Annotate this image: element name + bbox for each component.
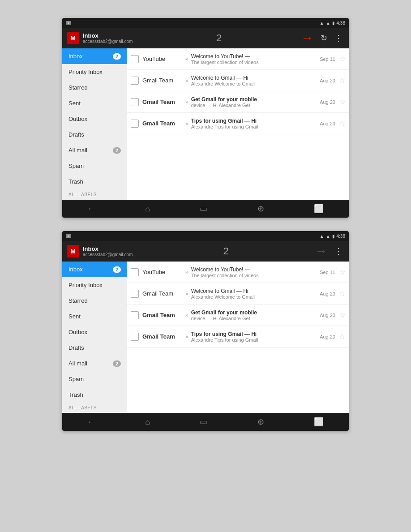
nav-bar-1: ← ⌂ ▭ ⊕ ⬜ — [62, 200, 349, 218]
email-star-2-3[interactable]: ☆ — [339, 332, 345, 341]
back-icon-2[interactable]: ← — [87, 417, 95, 427]
main-area-1: Inbox 2 Priority Inbox Starred Sent Outb… — [62, 48, 349, 200]
sidebar-item-label-priority-2: Priority Inbox — [68, 282, 103, 288]
email-subject-2-0: Welcome to YouTube! — — [191, 266, 316, 273]
sidebar-item-allmail-2[interactable]: All mail 2 — [62, 356, 127, 371]
email-content-1-2: Get Gmail for your mobile device — Hi Al… — [191, 96, 316, 108]
header-actions-2: → ⋮ — [315, 244, 344, 258]
email-checkbox-1-2[interactable] — [131, 98, 139, 106]
email-checkbox-2-0[interactable] — [131, 268, 139, 276]
status-indicator-1: ● — [66, 21, 71, 25]
sidebar-item-drafts-1[interactable]: Drafts — [62, 127, 127, 142]
status-left-1: ● — [66, 21, 71, 25]
sidebar-item-outbox-2[interactable]: Outbox — [62, 324, 127, 340]
sidebar-badge-allmail-2: 2 — [113, 360, 121, 367]
email-star-1-2[interactable]: ☆ — [339, 98, 345, 106]
sidebar-item-outbox-1[interactable]: Outbox — [62, 111, 127, 127]
status-right-2: ▲ ▲ ▮ 4:38 — [320, 234, 345, 239]
sidebar-item-starred-2[interactable]: Starred — [62, 293, 127, 309]
sidebar-item-sent-2[interactable]: Sent — [62, 309, 127, 324]
email-chevron-2-1: » — [185, 291, 188, 297]
email-preview-2-3: Alexandre Tips for using Gmail — [191, 337, 316, 343]
sidebar-item-sent-1[interactable]: Sent — [62, 95, 127, 111]
gamepad-icon-1[interactable]: ⊕ — [257, 204, 264, 214]
device-frame-1: ● ▲ ▲ ▮ 4:38 M Inbox accessstab2@gmail.c… — [62, 18, 349, 218]
email-checkbox-2-3[interactable] — [131, 333, 139, 341]
email-star-1-1[interactable]: ☆ — [339, 76, 345, 85]
sidebar-item-starred-1[interactable]: Starred — [62, 80, 127, 95]
all-labels-label-1: ALL LABELS — [62, 189, 127, 200]
email-row-getgmail-1[interactable]: Gmail Team » Get Gmail for your mobile d… — [127, 91, 349, 113]
email-checkbox-1-3[interactable] — [131, 120, 139, 128]
menu-icon-2[interactable]: ⋮ — [333, 245, 344, 258]
gamepad-icon-2[interactable]: ⊕ — [257, 417, 264, 427]
screenshot-icon-1[interactable]: ⬜ — [314, 204, 324, 214]
email-row-youtube-1[interactable]: YouTube » Welcome to YouTube! — The larg… — [127, 48, 349, 70]
sidebar-item-drafts-2[interactable]: Drafts — [62, 340, 127, 356]
sidebar-item-label-allmail-1: All mail — [68, 147, 87, 154]
back-icon-1[interactable]: ← — [87, 204, 95, 214]
sidebar-item-spam-2[interactable]: Spam — [62, 371, 127, 387]
sidebar-item-label-inbox-2: Inbox — [68, 266, 83, 273]
sidebar-item-label-starred-1: Starred — [68, 84, 88, 91]
email-date-2-2: Aug 20 — [320, 313, 335, 318]
email-row-welcome-2[interactable]: Gmail Team » Welcome to Gmail — Hi Alexa… — [127, 283, 349, 305]
email-sender-2-1: Gmail Team — [142, 290, 183, 297]
device-frame-2: ● ▲ ▲ ▮ 4:38 M Inbox accessstab2@gmail.c… — [62, 231, 349, 431]
battery-icon-1: ▮ — [332, 21, 335, 26]
header-inbox-title-1: Inbox — [83, 32, 133, 39]
sidebar-item-label-spam-2: Spam — [68, 376, 84, 382]
email-row-tips-2[interactable]: Gmail Team » Tips for using Gmail — Hi A… — [127, 326, 349, 348]
wifi-icon-1: ▲ — [320, 21, 324, 26]
email-row-tips-1[interactable]: Gmail Team » Tips for using Gmail — Hi A… — [127, 113, 349, 134]
recents-icon-1[interactable]: ▭ — [200, 204, 207, 214]
sidebar-item-trash-2[interactable]: Trash — [62, 387, 127, 403]
email-row-welcome-1[interactable]: Gmail Team » Welcome to Gmail — Hi Alexa… — [127, 70, 349, 91]
header-count-2: 2 — [137, 245, 315, 257]
menu-icon-1[interactable]: ⋮ — [333, 31, 344, 45]
sidebar-item-inbox-1[interactable]: Inbox 2 — [62, 48, 127, 64]
screenshot-icon-2[interactable]: ⬜ — [314, 417, 324, 427]
sidebar-1: Inbox 2 Priority Inbox Starred Sent Outb… — [62, 48, 127, 200]
email-row-youtube-2[interactable]: YouTube » Welcome to YouTube! — The larg… — [127, 262, 349, 283]
sidebar-item-spam-1[interactable]: Spam — [62, 158, 127, 174]
sidebar-item-trash-1[interactable]: Trash — [62, 174, 127, 189]
email-subject-2-3: Tips for using Gmail — Hi — [191, 331, 316, 337]
email-star-2-2[interactable]: ☆ — [339, 311, 345, 319]
sidebar-item-allmail-1[interactable]: All mail 2 — [62, 142, 127, 158]
email-content-1-0: Welcome to YouTube! — The largest collec… — [191, 53, 316, 65]
sidebar-item-label-starred-2: Starred — [68, 297, 88, 304]
header-actions-1: → ↻ ⋮ — [301, 31, 344, 45]
sidebar-item-label-sent-2: Sent — [68, 313, 81, 320]
sidebar-item-label-priority-1: Priority Inbox — [68, 69, 103, 75]
refresh-icon-1[interactable]: ↻ — [319, 31, 329, 45]
email-star-1-3[interactable]: ☆ — [339, 119, 345, 128]
email-date-1-0: Sep 11 — [320, 56, 335, 62]
recents-icon-2[interactable]: ▭ — [200, 417, 207, 427]
header-account-1: Inbox accessstab2@gmail.com — [83, 32, 133, 44]
email-star-1-0[interactable]: ☆ — [339, 55, 345, 63]
sidebar-item-label-drafts-1: Drafts — [68, 131, 84, 138]
email-row-getgmail-2[interactable]: Gmail Team » Get Gmail for your mobile d… — [127, 305, 349, 326]
home-icon-2[interactable]: ⌂ — [145, 417, 150, 427]
sidebar-item-priority-2[interactable]: Priority Inbox — [62, 277, 127, 293]
sidebar-badge-inbox-2: 2 — [113, 266, 121, 273]
email-checkbox-1-0[interactable] — [131, 55, 139, 63]
sidebar-item-priority-1[interactable]: Priority Inbox — [62, 64, 127, 80]
email-subject-1-1: Welcome to Gmail — Hi — [191, 75, 316, 81]
email-checkbox-1-1[interactable] — [131, 77, 139, 85]
email-checkbox-2-1[interactable] — [131, 290, 139, 298]
status-bar-1: ● ▲ ▲ ▮ 4:38 — [62, 18, 349, 28]
home-icon-1[interactable]: ⌂ — [145, 204, 150, 214]
sidebar-item-inbox-2[interactable]: Inbox 2 — [62, 262, 127, 277]
header-email-2: accessstab2@gmail.com — [83, 252, 133, 257]
sidebar-item-label-spam-1: Spam — [68, 163, 84, 169]
email-checkbox-2-2[interactable] — [131, 311, 139, 319]
email-sender-2-2: Gmail Team — [142, 312, 183, 318]
header-account-2: Inbox accessstab2@gmail.com — [83, 245, 133, 257]
email-star-2-1[interactable]: ☆ — [339, 289, 345, 298]
email-star-2-0[interactable]: ☆ — [339, 268, 345, 276]
email-content-1-1: Welcome to Gmail — Hi Alexandre Welcome … — [191, 75, 316, 86]
status-indicator-2: ● — [66, 234, 71, 238]
all-labels-label-2: ALL LABELS — [62, 403, 127, 413]
